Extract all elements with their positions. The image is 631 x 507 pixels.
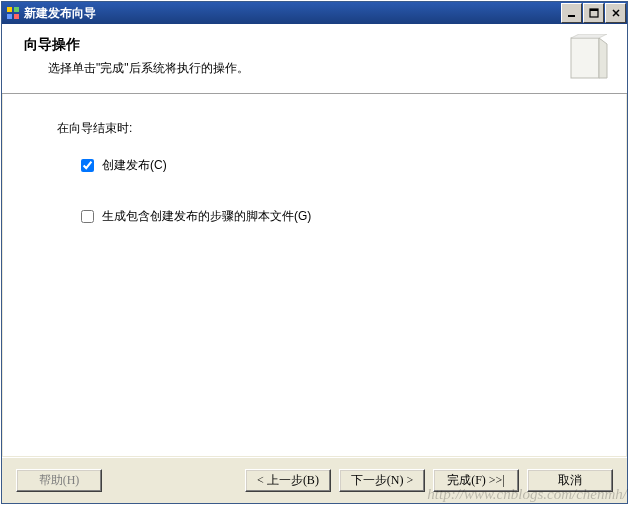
header-texts: 向导操作 选择单击"完成"后系统将执行的操作。: [24, 36, 555, 77]
wizard-footer: 帮助(H) < 上一步(B) 下一步(N) > 完成(F) >>| 取消: [2, 457, 627, 503]
app-icon: [6, 6, 20, 20]
maximize-icon: [589, 8, 599, 18]
svg-marker-8: [599, 38, 607, 78]
page-subtitle: 选择单击"完成"后系统将执行的操作。: [48, 60, 555, 77]
generate-script-checkbox[interactable]: [81, 210, 94, 223]
window-title: 新建发布向导: [24, 5, 561, 22]
window-controls: [561, 2, 627, 24]
minimize-icon: [567, 8, 577, 18]
svg-rect-6: [590, 9, 598, 11]
cancel-button[interactable]: 取消: [527, 469, 613, 492]
finish-button[interactable]: 完成(F) >>|: [433, 469, 519, 492]
next-button[interactable]: 下一步(N) >: [339, 469, 425, 492]
svg-rect-7: [571, 38, 599, 78]
section-label: 在向导结束时:: [57, 120, 604, 137]
wizard-header: 向导操作 选择单击"完成"后系统将执行的操作。: [2, 24, 627, 94]
back-button[interactable]: < 上一步(B): [245, 469, 331, 492]
close-icon: [611, 8, 621, 18]
maximize-button[interactable]: [583, 3, 604, 23]
svg-rect-3: [14, 14, 19, 19]
wizard-icon: [565, 34, 613, 82]
minimize-button[interactable]: [561, 3, 582, 23]
close-button[interactable]: [605, 3, 626, 23]
option-create-publication[interactable]: 创建发布(C): [81, 157, 604, 174]
svg-rect-1: [14, 7, 19, 12]
help-button[interactable]: 帮助(H): [16, 469, 102, 492]
wizard-window: 新建发布向导 向导操作 选择单击"完成"后系统将执行的操作。: [1, 1, 628, 504]
svg-marker-9: [571, 34, 607, 38]
svg-rect-4: [568, 15, 575, 17]
svg-rect-2: [7, 14, 12, 19]
page-title: 向导操作: [24, 36, 555, 54]
svg-rect-0: [7, 7, 12, 12]
titlebar: 新建发布向导: [2, 2, 627, 24]
option-generate-script[interactable]: 生成包含创建发布的步骤的脚本文件(G): [81, 208, 604, 225]
generate-script-label: 生成包含创建发布的步骤的脚本文件(G): [102, 208, 311, 225]
create-publication-checkbox[interactable]: [81, 159, 94, 172]
wizard-content: 在向导结束时: 创建发布(C) 生成包含创建发布的步骤的脚本文件(G): [2, 94, 627, 457]
create-publication-label: 创建发布(C): [102, 157, 167, 174]
